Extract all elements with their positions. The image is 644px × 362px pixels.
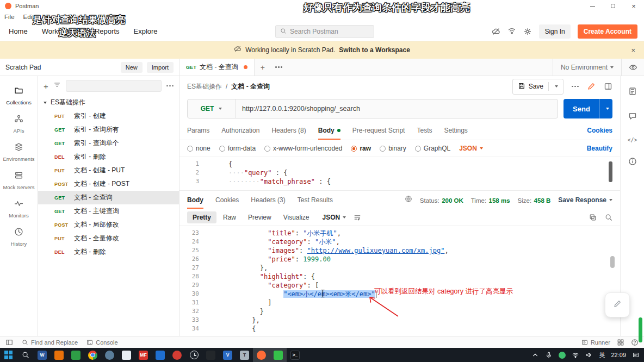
- global-search[interactable]: [275, 25, 374, 38]
- response-tab-body[interactable]: Body: [187, 191, 203, 209]
- request-item-索引-删除[interactable]: DEL索引 - 删除: [38, 150, 179, 164]
- request-item-文档-创建-put[interactable]: PUT文档 - 创建 - PUT: [38, 164, 179, 177]
- grid-icon[interactable]: [617, 339, 624, 346]
- request-tab-body[interactable]: Body: [318, 121, 340, 140]
- taskbar-app-orange[interactable]: [51, 348, 67, 362]
- request-item-文档-创建-post[interactable]: POST文档 - 创建 - POST: [38, 177, 179, 191]
- menu-item-file[interactable]: File: [4, 14, 15, 20]
- ime-indicator[interactable]: 英: [599, 351, 605, 359]
- documentation-icon[interactable]: [628, 87, 637, 98]
- help-icon[interactable]: [631, 339, 639, 346]
- send-options-button[interactable]: [599, 99, 612, 118]
- taskbar-terminal[interactable]: >_: [287, 348, 304, 362]
- new-tab-button[interactable]: +: [255, 59, 271, 76]
- response-editor-scrollbar[interactable]: [610, 256, 615, 268]
- request-tab-settings[interactable]: Settings: [444, 121, 467, 140]
- response-view-visualize[interactable]: Visualize: [278, 211, 315, 223]
- taskbar-postman[interactable]: [253, 348, 270, 362]
- collections-search-input[interactable]: [66, 80, 162, 92]
- taskbar-app-green[interactable]: [67, 348, 84, 362]
- menu-item-help[interactable]: Help: [65, 14, 78, 20]
- activitybar-item-collections[interactable]: Collections: [0, 82, 38, 110]
- request-item-索引-查询所有[interactable]: GET索引 - 查询所有: [38, 123, 179, 136]
- taskbar-app-green-2[interactable]: [270, 348, 287, 362]
- response-tab-cookies[interactable]: Cookies: [215, 191, 239, 209]
- create-account-button[interactable]: Create Account: [578, 24, 637, 39]
- environment-selector[interactable]: No Environment: [561, 64, 608, 71]
- body-mode-none[interactable]: none: [187, 145, 210, 152]
- volume-icon[interactable]: [585, 351, 593, 359]
- request-tab-headers-8[interactable]: Headers (8): [271, 121, 306, 140]
- request-item-索引-创建[interactable]: PUT索引 - 创建: [38, 109, 179, 123]
- request-item-文档-局部修改[interactable]: POST文档 - 局部修改: [38, 218, 179, 232]
- response-view-preview[interactable]: Preview: [243, 211, 277, 223]
- chevron-down-icon[interactable]: [555, 85, 558, 88]
- request-tab-authorization[interactable]: Authorization: [221, 121, 259, 140]
- raw-language-selector[interactable]: JSON: [459, 145, 483, 152]
- url-input[interactable]: [236, 105, 558, 113]
- taskbar-v-app[interactable]: V: [219, 348, 236, 362]
- taskbar-app-blue[interactable]: [152, 348, 169, 362]
- capture-requests-icon[interactable]: [507, 27, 516, 36]
- comments-icon[interactable]: [628, 112, 637, 123]
- minimize-button[interactable]: [582, 0, 603, 12]
- request-item-文档-全量修改[interactable]: PUT文档 - 全量修改: [38, 232, 179, 245]
- menu-item-view[interactable]: View: [42, 14, 56, 20]
- import-button[interactable]: Import: [147, 62, 174, 73]
- taskbar-word[interactable]: W: [34, 348, 51, 362]
- tray-expand-icon[interactable]: [531, 351, 539, 359]
- environment-quick-look-icon[interactable]: [621, 59, 644, 76]
- taskbar-chrome[interactable]: [84, 348, 101, 362]
- taskbar-browser-globe[interactable]: [101, 348, 118, 362]
- body-mode-x-www-form-urlencoded[interactable]: x-www-form-urlencoded: [264, 145, 342, 152]
- beautify-link[interactable]: Beautify: [587, 145, 612, 152]
- open-request-tab[interactable]: GET 文档 - 全查询: [179, 59, 255, 76]
- body-mode-graphql[interactable]: GraphQL: [415, 145, 450, 152]
- taskbar-notepad[interactable]: [118, 348, 135, 362]
- filter-icon[interactable]: [53, 81, 61, 91]
- taskbar-typora[interactable]: T: [236, 348, 253, 362]
- taskbar-search[interactable]: [17, 348, 34, 362]
- body-mode-form-data[interactable]: form-data: [219, 145, 256, 152]
- request-tab-tests[interactable]: Tests: [417, 121, 432, 140]
- floating-action-button[interactable]: [605, 292, 630, 317]
- layout-panel-icon[interactable]: [604, 82, 612, 91]
- request-body-editor[interactable]: 1{2····"query" : {3········"match_phrase…: [179, 157, 620, 190]
- close-button[interactable]: ×: [623, 0, 644, 12]
- send-button[interactable]: Send: [564, 99, 612, 118]
- cookies-link[interactable]: Cookies: [587, 127, 612, 134]
- taskbar-mindmanager[interactable]: MF: [135, 348, 152, 362]
- banner-close-icon[interactable]: ×: [631, 46, 635, 54]
- edit-pencil-icon[interactable]: [587, 82, 596, 91]
- taskbar-music[interactable]: [169, 348, 185, 362]
- taskbar-start[interactable]: [0, 348, 17, 362]
- request-item-索引-查询单个[interactable]: GET索引 - 查询单个: [38, 136, 179, 150]
- switch-workspace-link[interactable]: Switch to a Workspace: [339, 46, 410, 54]
- request-editor-scrollbar[interactable]: [609, 161, 612, 182]
- request-item-文档-全查询[interactable]: GET文档 - 全查询: [38, 191, 179, 204]
- request-item-文档-主键查询[interactable]: GET文档 - 主键查询: [38, 204, 179, 218]
- response-view-raw[interactable]: Raw: [218, 211, 242, 223]
- nav-item-home[interactable]: Home: [9, 27, 28, 35]
- console-button[interactable]: Console: [86, 339, 117, 346]
- wifi-icon[interactable]: [572, 351, 579, 359]
- method-selector[interactable]: GET: [188, 99, 236, 118]
- settings-gear-icon[interactable]: [523, 27, 532, 36]
- menu-item-edit[interactable]: Edit: [23, 14, 34, 20]
- request-tab-params[interactable]: Params: [187, 121, 209, 140]
- response-view-pretty[interactable]: Pretty: [187, 211, 216, 223]
- activitybar-item-mock-servers[interactable]: Mock Servers: [0, 166, 38, 195]
- new-button[interactable]: New: [121, 62, 143, 73]
- activitybar-item-apis[interactable]: APIs: [0, 110, 38, 138]
- wrap-text-icon[interactable]: [354, 214, 361, 221]
- sidebar-toggle-icon[interactable]: [5, 339, 13, 346]
- taskbar-app-black[interactable]: [202, 348, 219, 362]
- save-button[interactable]: Save: [512, 79, 564, 95]
- response-body-viewer[interactable]: 23 "title": "小米手机",24 "category": "小米",2…: [179, 226, 620, 336]
- add-collection-button[interactable]: +: [44, 82, 48, 91]
- find-and-replace-button[interactable]: Find and Replace: [22, 339, 78, 346]
- collection-expand-icon[interactable]: [44, 102, 47, 104]
- page-scrollbar-thumb[interactable]: [639, 317, 642, 342]
- nav-item-reports[interactable]: Reports: [95, 27, 120, 35]
- collection-more-icon[interactable]: [166, 85, 174, 87]
